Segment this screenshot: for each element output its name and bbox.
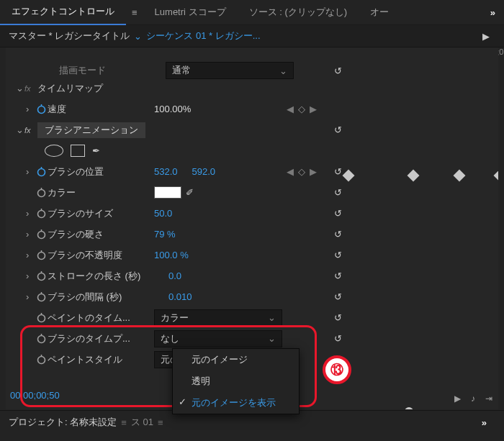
tab-audio[interactable]: オー xyxy=(359,0,400,24)
reset-icon[interactable]: ↺ xyxy=(334,270,342,281)
reset-icon[interactable]: ↺ xyxy=(334,166,342,177)
svg-point-2 xyxy=(37,169,45,176)
brush-opacity-label: ブラシの不透明度 xyxy=(48,249,148,262)
twisty-icon[interactable]: › xyxy=(26,270,35,281)
mask-shapes-row: ✒ xyxy=(6,140,498,161)
stopwatch-icon[interactable] xyxy=(35,333,48,344)
stopwatch-icon[interactable] xyxy=(35,166,48,177)
ellipse-mask-icon[interactable] xyxy=(45,145,63,157)
twisty-icon[interactable]: › xyxy=(26,250,35,260)
property-row-draw-mode: 描画モード 通常⌄ ↺ xyxy=(6,63,498,78)
brush-anim-label[interactable]: ブラシアニメーション xyxy=(37,122,145,138)
tab-effect-controls[interactable]: エフェクトコントロール xyxy=(0,0,126,25)
effect-row-time-remap[interactable]: ⌄ fx タイムリマップ xyxy=(6,78,498,99)
twisty-icon[interactable]: › xyxy=(26,229,35,240)
brush-opacity-value[interactable]: 100.0 % xyxy=(148,250,189,260)
stroke-length-value[interactable]: 0.0 xyxy=(163,270,181,281)
stopwatch-icon[interactable] xyxy=(35,270,48,281)
pen-mask-icon[interactable]: ✒ xyxy=(92,145,100,156)
playhead-handle[interactable] xyxy=(405,407,413,409)
brush-hardness-value[interactable]: 79 % xyxy=(148,229,176,240)
keyframe-nav[interactable]: ◀◇▶ xyxy=(287,104,317,114)
property-row-brush-position: › ブラシの位置 532.0 592.0 ◀◇▶ ↺ xyxy=(6,161,498,182)
twisty-icon[interactable]: › xyxy=(26,208,35,219)
paint-style-label: ペイントスタイル xyxy=(48,353,148,366)
stopwatch-icon[interactable] xyxy=(35,250,48,260)
brush-position-label: ブラシの位置 xyxy=(48,165,148,178)
brush-spacing-value[interactable]: 0.010 xyxy=(163,291,192,302)
dropdown-item-selected[interactable]: 元のイメージを表示 xyxy=(173,392,299,414)
stopwatch-icon[interactable] xyxy=(35,187,48,198)
stopwatch-icon[interactable] xyxy=(35,354,48,365)
svg-point-14 xyxy=(37,294,45,301)
speed-value[interactable]: 100.00% xyxy=(148,104,191,114)
reset-icon[interactable]: ↺ xyxy=(334,187,342,198)
master-clip-label: マスター * レガシータイトル xyxy=(9,29,130,42)
eyedropper-icon[interactable]: ✐ xyxy=(186,187,194,198)
twisty-icon[interactable]: ⌄ xyxy=(16,83,24,94)
annotation-badge-13: ⑬ xyxy=(323,355,351,384)
svg-point-18 xyxy=(37,336,45,343)
reset-icon[interactable]: ↺ xyxy=(334,250,342,260)
property-row-brush-spacing: › ブラシの間隔 (秒) 0.010 ↺ xyxy=(6,286,498,307)
brush-pos-x[interactable]: 532.0 xyxy=(148,166,178,177)
property-row-brush-size: › ブラシのサイズ 50.0 ↺ xyxy=(6,203,498,224)
paint-time-label: ペイントのタイム... xyxy=(48,312,148,324)
effect-row-brush-anim[interactable]: ⌄ fx ブラシアニメーション ↺ xyxy=(6,119,498,140)
stopwatch-icon[interactable] xyxy=(35,208,48,219)
fx-badge[interactable]: fx xyxy=(24,126,37,135)
twisty-icon[interactable]: ⌄ xyxy=(16,124,24,135)
color-swatch[interactable] xyxy=(154,186,181,199)
brush-spacing-label: ブラシの間隔 (秒) xyxy=(48,291,163,304)
reset-icon[interactable]: ↺ xyxy=(334,291,342,302)
fx-badge[interactable]: fx xyxy=(24,84,37,93)
color-label: カラー xyxy=(48,186,148,199)
svg-point-6 xyxy=(37,211,45,218)
reset-icon[interactable]: ↺ xyxy=(334,65,342,76)
reset-icon[interactable]: ↺ xyxy=(334,333,342,344)
bottom-sub[interactable]: ス 01 xyxy=(131,416,153,429)
reset-icon[interactable]: ↺ xyxy=(334,208,342,219)
svg-point-12 xyxy=(37,273,45,281)
stopwatch-icon[interactable] xyxy=(35,291,48,302)
twisty-icon[interactable]: › xyxy=(26,104,35,114)
property-row-brush-hardness: › ブラシの硬さ 79 % ↺ xyxy=(6,224,498,245)
property-row-brush-time: ブラシのタイムプ... なし⌄ ↺ xyxy=(6,328,498,349)
project-tab[interactable]: プロジェクト: 名称未設定 xyxy=(9,416,117,429)
reset-icon[interactable]: ↺ xyxy=(334,229,342,240)
chevron-down-icon: ⌄ xyxy=(268,312,276,323)
overflow-icon[interactable]: » xyxy=(482,7,504,18)
property-row-brush-opacity: › ブラシの不透明度 100.0 % ↺ xyxy=(6,245,498,265)
playback-icons[interactable]: ▶♪⇥ xyxy=(454,394,492,404)
stroke-length-label: ストロークの長さ (秒) xyxy=(48,270,163,283)
tab-lumetri-scopes[interactable]: Lumetri スコープ xyxy=(143,0,238,24)
draw-mode-label: 描画モード xyxy=(59,64,160,77)
clip-header: マスター * レガシータイトル ⌄ シーケンス 01 * レガシー... ▶ xyxy=(0,25,504,47)
stopwatch-icon[interactable] xyxy=(35,104,48,114)
brush-pos-y[interactable]: 592.0 xyxy=(178,166,216,177)
sequence-clip-label[interactable]: シーケンス 01 * レガシー... xyxy=(146,29,260,42)
dropdown-item[interactable]: 透明 xyxy=(173,370,299,392)
keyframe-nav[interactable]: ◀◇▶ xyxy=(287,166,317,177)
reset-icon[interactable]: ↺ xyxy=(334,124,342,135)
tab-source[interactable]: ソース : (クリップなし) xyxy=(238,0,359,24)
tab-menu-icon[interactable]: ≡ xyxy=(126,7,143,18)
brush-hardness-label: ブラシの硬さ xyxy=(48,228,148,241)
dropdown-item[interactable]: 元のイメージ xyxy=(173,349,299,370)
reset-icon[interactable]: ↺ xyxy=(334,312,342,323)
paint-time-select[interactable]: カラー⌄ xyxy=(154,309,282,327)
caret-icon[interactable]: ⌄ xyxy=(130,31,146,42)
brush-time-select[interactable]: なし⌄ xyxy=(154,330,282,347)
svg-point-20 xyxy=(37,357,45,364)
play-icon[interactable]: ▶ xyxy=(477,31,495,42)
twisty-icon[interactable]: › xyxy=(26,291,35,302)
property-row-stroke-length: › ストロークの長さ (秒) 0.0 ↺ xyxy=(6,265,498,286)
draw-mode-select[interactable]: 通常⌄ xyxy=(166,62,294,79)
twisty-icon[interactable]: › xyxy=(26,166,35,177)
brush-size-value[interactable]: 50.0 xyxy=(148,208,172,219)
rect-mask-icon[interactable] xyxy=(71,145,85,157)
top-tabs: エフェクトコントロール ≡ Lumetri スコープ ソース : (クリップなし… xyxy=(0,0,504,25)
stopwatch-icon[interactable] xyxy=(35,312,48,323)
stopwatch-icon[interactable] xyxy=(35,229,48,240)
current-time[interactable]: 00;00;00;50 xyxy=(10,390,60,401)
